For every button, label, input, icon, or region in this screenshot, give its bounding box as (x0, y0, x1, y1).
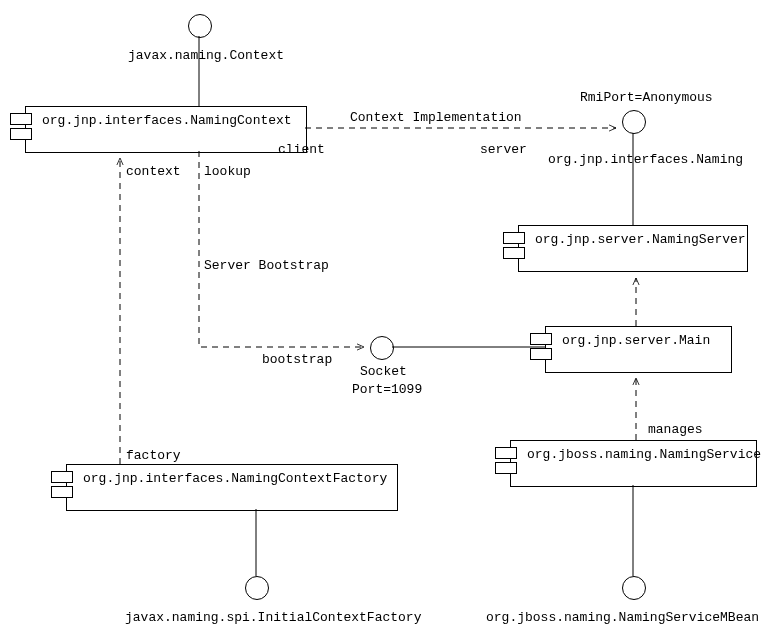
factory-label: factory (126, 448, 181, 463)
manages-label: manages (648, 422, 703, 437)
context-role-label: context (126, 164, 181, 179)
context-implementation-label: Context Implementation (350, 110, 522, 125)
server-label: server (480, 142, 527, 157)
lookup-label: lookup (204, 164, 251, 179)
uml-diagram: javax.naming.Context RmiPort=Anonymous o… (0, 0, 761, 644)
connectors (0, 0, 761, 644)
server-bootstrap-label: Server Bootstrap (204, 258, 329, 273)
client-label: client (278, 142, 325, 157)
bootstrap-label: bootstrap (262, 352, 332, 367)
